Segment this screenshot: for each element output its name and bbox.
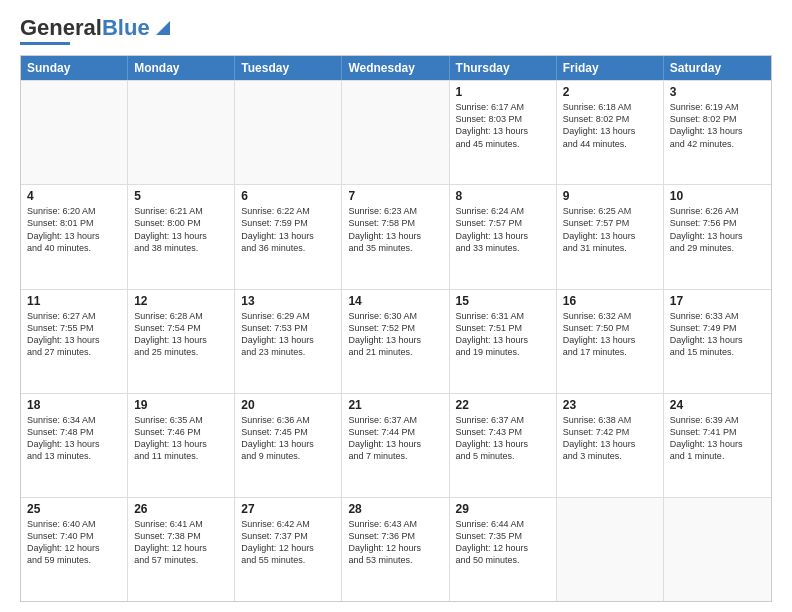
day-info: Sunrise: 6:37 AM Sunset: 7:43 PM Dayligh… — [456, 414, 550, 463]
logo-triangle-icon — [152, 17, 174, 39]
calendar-cell-empty-r0c1 — [128, 81, 235, 184]
day-info: Sunrise: 6:34 AM Sunset: 7:48 PM Dayligh… — [27, 414, 121, 463]
day-number: 3 — [670, 85, 765, 99]
day-number: 27 — [241, 502, 335, 516]
day-info: Sunrise: 6:20 AM Sunset: 8:01 PM Dayligh… — [27, 205, 121, 254]
day-info: Sunrise: 6:29 AM Sunset: 7:53 PM Dayligh… — [241, 310, 335, 359]
calendar-cell-empty-r0c3 — [342, 81, 449, 184]
day-number: 16 — [563, 294, 657, 308]
calendar-header: SundayMondayTuesdayWednesdayThursdayFrid… — [21, 56, 771, 80]
calendar-cell-empty-r4c5 — [557, 498, 664, 601]
calendar-cell-22: 22Sunrise: 6:37 AM Sunset: 7:43 PM Dayli… — [450, 394, 557, 497]
weekday-header-saturday: Saturday — [664, 56, 771, 80]
day-number: 20 — [241, 398, 335, 412]
weekday-header-thursday: Thursday — [450, 56, 557, 80]
weekday-header-sunday: Sunday — [21, 56, 128, 80]
day-info: Sunrise: 6:38 AM Sunset: 7:42 PM Dayligh… — [563, 414, 657, 463]
calendar-cell-empty-r0c0 — [21, 81, 128, 184]
day-number: 24 — [670, 398, 765, 412]
day-info: Sunrise: 6:41 AM Sunset: 7:38 PM Dayligh… — [134, 518, 228, 567]
day-number: 2 — [563, 85, 657, 99]
calendar-row-0: 1Sunrise: 6:17 AM Sunset: 8:03 PM Daylig… — [21, 80, 771, 184]
weekday-header-tuesday: Tuesday — [235, 56, 342, 80]
day-number: 1 — [456, 85, 550, 99]
calendar-cell-18: 18Sunrise: 6:34 AM Sunset: 7:48 PM Dayli… — [21, 394, 128, 497]
day-info: Sunrise: 6:28 AM Sunset: 7:54 PM Dayligh… — [134, 310, 228, 359]
weekday-header-wednesday: Wednesday — [342, 56, 449, 80]
day-info: Sunrise: 6:25 AM Sunset: 7:57 PM Dayligh… — [563, 205, 657, 254]
calendar-cell-25: 25Sunrise: 6:40 AM Sunset: 7:40 PM Dayli… — [21, 498, 128, 601]
day-info: Sunrise: 6:23 AM Sunset: 7:58 PM Dayligh… — [348, 205, 442, 254]
day-info: Sunrise: 6:35 AM Sunset: 7:46 PM Dayligh… — [134, 414, 228, 463]
day-number: 29 — [456, 502, 550, 516]
calendar-row-4: 25Sunrise: 6:40 AM Sunset: 7:40 PM Dayli… — [21, 497, 771, 601]
calendar-cell-17: 17Sunrise: 6:33 AM Sunset: 7:49 PM Dayli… — [664, 290, 771, 393]
logo: GeneralBlue — [20, 16, 174, 45]
logo-underline — [20, 42, 70, 45]
day-number: 5 — [134, 189, 228, 203]
day-info: Sunrise: 6:32 AM Sunset: 7:50 PM Dayligh… — [563, 310, 657, 359]
day-number: 15 — [456, 294, 550, 308]
day-number: 4 — [27, 189, 121, 203]
weekday-header-monday: Monday — [128, 56, 235, 80]
calendar-cell-27: 27Sunrise: 6:42 AM Sunset: 7:37 PM Dayli… — [235, 498, 342, 601]
day-info: Sunrise: 6:30 AM Sunset: 7:52 PM Dayligh… — [348, 310, 442, 359]
day-number: 18 — [27, 398, 121, 412]
day-info: Sunrise: 6:17 AM Sunset: 8:03 PM Dayligh… — [456, 101, 550, 150]
calendar-cell-20: 20Sunrise: 6:36 AM Sunset: 7:45 PM Dayli… — [235, 394, 342, 497]
day-number: 8 — [456, 189, 550, 203]
calendar: SundayMondayTuesdayWednesdayThursdayFrid… — [20, 55, 772, 602]
calendar-cell-24: 24Sunrise: 6:39 AM Sunset: 7:41 PM Dayli… — [664, 394, 771, 497]
day-info: Sunrise: 6:44 AM Sunset: 7:35 PM Dayligh… — [456, 518, 550, 567]
calendar-cell-12: 12Sunrise: 6:28 AM Sunset: 7:54 PM Dayli… — [128, 290, 235, 393]
calendar-cell-19: 19Sunrise: 6:35 AM Sunset: 7:46 PM Dayli… — [128, 394, 235, 497]
calendar-cell-empty-r4c6 — [664, 498, 771, 601]
calendar-cell-23: 23Sunrise: 6:38 AM Sunset: 7:42 PM Dayli… — [557, 394, 664, 497]
logo-text: GeneralBlue — [20, 16, 150, 40]
day-number: 7 — [348, 189, 442, 203]
weekday-header-friday: Friday — [557, 56, 664, 80]
day-number: 21 — [348, 398, 442, 412]
day-number: 23 — [563, 398, 657, 412]
day-info: Sunrise: 6:40 AM Sunset: 7:40 PM Dayligh… — [27, 518, 121, 567]
day-number: 6 — [241, 189, 335, 203]
calendar-cell-9: 9Sunrise: 6:25 AM Sunset: 7:57 PM Daylig… — [557, 185, 664, 288]
day-number: 19 — [134, 398, 228, 412]
calendar-cell-2: 2Sunrise: 6:18 AM Sunset: 8:02 PM Daylig… — [557, 81, 664, 184]
calendar-cell-26: 26Sunrise: 6:41 AM Sunset: 7:38 PM Dayli… — [128, 498, 235, 601]
day-info: Sunrise: 6:39 AM Sunset: 7:41 PM Dayligh… — [670, 414, 765, 463]
calendar-cell-13: 13Sunrise: 6:29 AM Sunset: 7:53 PM Dayli… — [235, 290, 342, 393]
day-info: Sunrise: 6:21 AM Sunset: 8:00 PM Dayligh… — [134, 205, 228, 254]
day-info: Sunrise: 6:36 AM Sunset: 7:45 PM Dayligh… — [241, 414, 335, 463]
day-info: Sunrise: 6:43 AM Sunset: 7:36 PM Dayligh… — [348, 518, 442, 567]
day-number: 13 — [241, 294, 335, 308]
day-info: Sunrise: 6:22 AM Sunset: 7:59 PM Dayligh… — [241, 205, 335, 254]
day-number: 28 — [348, 502, 442, 516]
calendar-cell-28: 28Sunrise: 6:43 AM Sunset: 7:36 PM Dayli… — [342, 498, 449, 601]
day-number: 14 — [348, 294, 442, 308]
day-number: 22 — [456, 398, 550, 412]
calendar-cell-6: 6Sunrise: 6:22 AM Sunset: 7:59 PM Daylig… — [235, 185, 342, 288]
day-number: 10 — [670, 189, 765, 203]
day-number: 17 — [670, 294, 765, 308]
header: GeneralBlue — [20, 16, 772, 45]
day-info: Sunrise: 6:19 AM Sunset: 8:02 PM Dayligh… — [670, 101, 765, 150]
calendar-cell-5: 5Sunrise: 6:21 AM Sunset: 8:00 PM Daylig… — [128, 185, 235, 288]
calendar-body: 1Sunrise: 6:17 AM Sunset: 8:03 PM Daylig… — [21, 80, 771, 601]
calendar-cell-3: 3Sunrise: 6:19 AM Sunset: 8:02 PM Daylig… — [664, 81, 771, 184]
calendar-cell-4: 4Sunrise: 6:20 AM Sunset: 8:01 PM Daylig… — [21, 185, 128, 288]
calendar-row-1: 4Sunrise: 6:20 AM Sunset: 8:01 PM Daylig… — [21, 184, 771, 288]
day-info: Sunrise: 6:26 AM Sunset: 7:56 PM Dayligh… — [670, 205, 765, 254]
calendar-cell-15: 15Sunrise: 6:31 AM Sunset: 7:51 PM Dayli… — [450, 290, 557, 393]
calendar-cell-11: 11Sunrise: 6:27 AM Sunset: 7:55 PM Dayli… — [21, 290, 128, 393]
calendar-cell-empty-r0c2 — [235, 81, 342, 184]
day-info: Sunrise: 6:37 AM Sunset: 7:44 PM Dayligh… — [348, 414, 442, 463]
calendar-cell-29: 29Sunrise: 6:44 AM Sunset: 7:35 PM Dayli… — [450, 498, 557, 601]
calendar-cell-16: 16Sunrise: 6:32 AM Sunset: 7:50 PM Dayli… — [557, 290, 664, 393]
day-number: 12 — [134, 294, 228, 308]
day-number: 11 — [27, 294, 121, 308]
day-number: 25 — [27, 502, 121, 516]
day-info: Sunrise: 6:33 AM Sunset: 7:49 PM Dayligh… — [670, 310, 765, 359]
day-number: 9 — [563, 189, 657, 203]
calendar-cell-10: 10Sunrise: 6:26 AM Sunset: 7:56 PM Dayli… — [664, 185, 771, 288]
